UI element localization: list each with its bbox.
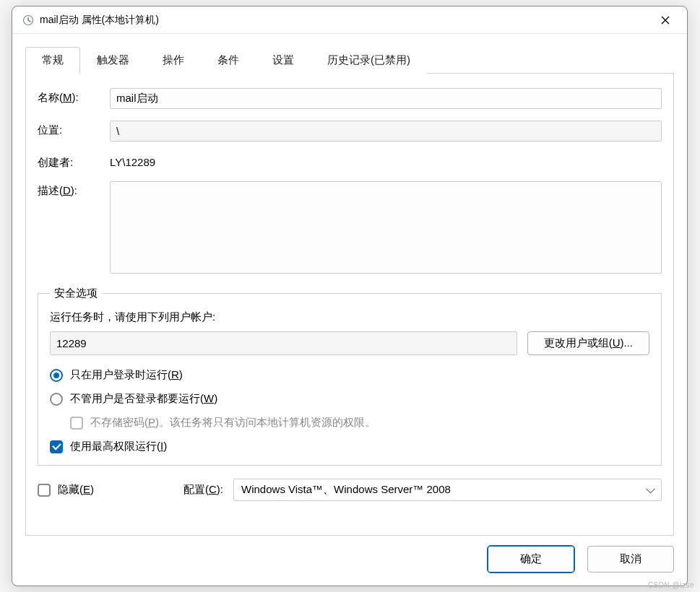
run-only-logged-on-radio[interactable] <box>50 369 63 382</box>
cancel-button[interactable]: 取消 <box>587 546 674 573</box>
titlebar: mail启动 属性(本地计算机) <box>12 6 687 34</box>
watermark: CSDN @lzse <box>648 581 694 589</box>
change-user-button[interactable]: 更改用户或组(U)... <box>527 331 649 355</box>
tab-history[interactable]: 历史记录(已禁用) <box>311 47 427 74</box>
run-regardless-label: 不管用户是否登录都要运行(W) <box>70 392 217 406</box>
configure-for-value: Windows Vista™、Windows Server™ 2008 <box>241 483 451 495</box>
no-store-password-label: 不存储密码(P)。该任务将只有访问本地计算机资源的权限。 <box>90 416 376 430</box>
dialog-footer: 确定 取消 <box>12 546 687 586</box>
hidden-label: 隐藏(E) <box>58 483 94 497</box>
ok-button[interactable]: 确定 <box>488 546 574 573</box>
run-as-label: 运行任务时，请使用下列用户帐户: <box>50 310 649 324</box>
configure-for-select[interactable]: Windows Vista™、Windows Server™ 2008 <box>233 479 662 501</box>
tab-settings[interactable]: 设置 <box>256 47 311 74</box>
tab-actions[interactable]: 操作 <box>146 47 201 74</box>
author-value: LY\12289 <box>110 153 155 168</box>
run-only-logged-on-label: 只在用户登录时运行(R) <box>70 368 183 382</box>
window-title: mail启动 属性(本地计算机) <box>40 14 652 27</box>
clock-icon <box>22 14 34 26</box>
description-input[interactable] <box>110 181 662 274</box>
close-button[interactable] <box>652 10 678 30</box>
author-label: 创建者: <box>38 153 110 170</box>
run-regardless-radio[interactable] <box>50 393 63 406</box>
name-input[interactable] <box>110 88 662 109</box>
tab-triggers[interactable]: 触发器 <box>80 47 146 74</box>
general-panel: 名称(M): 位置: 创建者: LY\12289 描述(D): 安全选项 运行任… <box>25 74 674 536</box>
security-legend: 安全选项 <box>50 287 102 300</box>
location-field <box>110 121 662 142</box>
security-options-group: 安全选项 运行任务时，请使用下列用户帐户: 更改用户或组(U)... 只在用户登… <box>38 287 662 466</box>
highest-privileges-label: 使用最高权限运行(I) <box>70 440 167 453</box>
tab-bar: 常规 触发器 操作 条件 设置 历史记录(已禁用) <box>25 47 674 74</box>
highest-privileges-checkbox[interactable] <box>50 440 63 453</box>
description-label: 描述(D): <box>38 181 110 198</box>
tab-conditions[interactable]: 条件 <box>201 47 256 74</box>
no-store-password-checkbox <box>70 417 83 430</box>
run-as-user-field <box>50 331 517 355</box>
tab-general[interactable]: 常规 <box>25 47 80 74</box>
task-properties-dialog: mail启动 属性(本地计算机) 常规 触发器 操作 条件 设置 历史记录(已禁… <box>12 6 688 586</box>
name-label: 名称(M): <box>38 88 110 105</box>
hidden-checkbox[interactable] <box>38 484 51 497</box>
location-label: 位置: <box>38 121 110 137</box>
configure-for-label: 配置(C): <box>183 483 223 497</box>
close-icon <box>661 16 670 25</box>
dialog-content: 常规 触发器 操作 条件 设置 历史记录(已禁用) 名称(M): 位置: 创建者… <box>12 34 687 546</box>
